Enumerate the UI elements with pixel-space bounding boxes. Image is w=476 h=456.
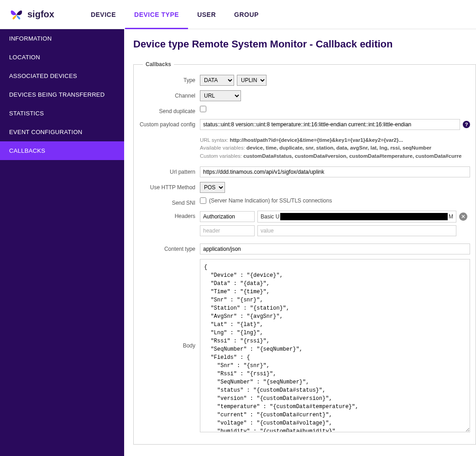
topnav-device-type[interactable]: DEVICE TYPE xyxy=(125,0,188,29)
brand-text: sigfox xyxy=(27,9,54,20)
sidebar-event-config[interactable]: EVENT CONFIGURATION xyxy=(0,123,124,141)
url-pattern-input[interactable] xyxy=(200,166,470,177)
send-sni-label: Send SNI xyxy=(134,197,200,206)
custom-payload-label: Custom payload config xyxy=(134,119,200,128)
topbar: sigfox DEVICE DEVICE TYPE USER GROUP xyxy=(0,0,476,29)
sidebar-location[interactable]: LOCATION xyxy=(0,48,124,67)
page-title: Device type Remote System Monitor - Call… xyxy=(133,38,476,50)
redacted-block xyxy=(280,213,448,220)
send-duplicate-checkbox[interactable] xyxy=(200,106,206,112)
type-label: Type xyxy=(134,75,200,83)
sidebar-callbacks[interactable]: CALLBACKS xyxy=(0,141,124,160)
topnav-group[interactable]: GROUP xyxy=(225,0,268,29)
type-select[interactable]: DATA xyxy=(200,75,234,86)
fieldset-legend: Callbacks xyxy=(143,61,174,67)
http-method-label: Use HTTP Method xyxy=(134,182,200,191)
http-method-select[interactable]: POST xyxy=(200,182,225,193)
butterfly-icon xyxy=(9,7,24,22)
content-type-label: Content type xyxy=(134,244,200,252)
header-value-placeholder-input[interactable] xyxy=(257,225,456,236)
direction-select[interactable]: UPLINK xyxy=(237,75,267,86)
channel-label: Channel xyxy=(134,90,200,99)
send-duplicate-label: Send duplicate xyxy=(134,106,200,114)
send-sni-checkbox[interactable] xyxy=(200,197,206,204)
sidebar: INFORMATION LOCATION ASSOCIATED DEVICES … xyxy=(0,29,124,456)
headers-label: Headers xyxy=(134,211,200,219)
header-name-placeholder-input[interactable] xyxy=(200,225,255,236)
help-icon[interactable]: ? xyxy=(463,121,470,128)
body-label: Body xyxy=(134,342,200,349)
sidebar-devices-transferred[interactable]: DEVICES BEING TRANSFERRED xyxy=(0,85,124,104)
custom-payload-input[interactable] xyxy=(200,119,460,130)
callbacks-fieldset: Callbacks Type DATA UPLINK Channel URL S… xyxy=(133,61,476,445)
topnav-user[interactable]: USER xyxy=(188,0,225,29)
sidebar-associated-devices[interactable]: ASSOCIATED DEVICES xyxy=(0,67,124,85)
url-syntax-help: URL syntax: http://host/path?id={device}… xyxy=(200,135,461,162)
logo[interactable]: sigfox xyxy=(9,7,54,22)
topnav: DEVICE DEVICE TYPE USER GROUP xyxy=(82,0,268,29)
main-content: Device type Remote System Monitor - Call… xyxy=(124,29,476,456)
header-value-input[interactable]: Basic U M xyxy=(257,211,456,223)
body-textarea[interactable]: { "Device" : "{device}", "Data" : "{data… xyxy=(200,259,470,432)
channel-select[interactable]: URL xyxy=(200,90,241,101)
sidebar-statistics[interactable]: STATISTICS xyxy=(0,104,124,123)
remove-header-icon[interactable]: ✕ xyxy=(459,212,467,221)
sidebar-information[interactable]: INFORMATION xyxy=(0,29,124,48)
content-type-input[interactable] xyxy=(200,244,470,254)
topnav-device[interactable]: DEVICE xyxy=(82,0,125,29)
sni-hint: (Server Name Indication) for SSL/TLS con… xyxy=(209,197,332,204)
url-pattern-label: Url pattern xyxy=(134,166,200,175)
header-name-input[interactable] xyxy=(200,211,255,222)
